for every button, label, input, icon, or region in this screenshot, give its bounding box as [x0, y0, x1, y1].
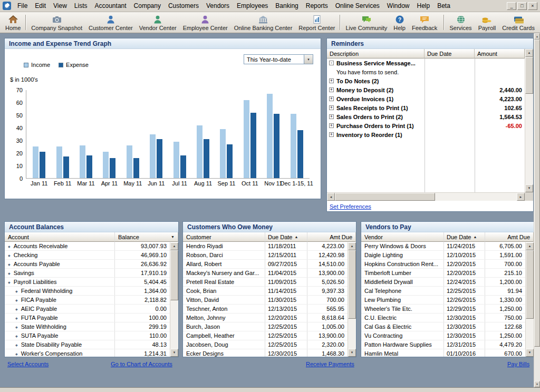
column-header-vendor[interactable]: Vendor	[361, 232, 444, 242]
customer-row[interactable]: Mackey's Nursery and Gar... 11/04/2015 1…	[183, 269, 348, 278]
expand-toggle-icon[interactable]: +	[329, 87, 334, 92]
customer-row[interactable]: Hendro Riyadi 11/18/2011 4,223.00	[183, 242, 348, 251]
scroll-down-icon[interactable]: ▼	[525, 184, 533, 192]
scroll-up-icon[interactable]: ▲	[170, 242, 178, 250]
toolbar-button-company-snapshot[interactable]: Company Snapshot	[28, 13, 85, 32]
scrollbar-thumb[interactable]	[534, 40, 540, 347]
toolbar-button-credit-cards[interactable]: Credit Cards	[499, 13, 538, 32]
vendor-row[interactable]: Cal Gas & Electric 12/30/2015 122.68	[361, 322, 525, 331]
customer-row[interactable]: Burch, Jason 12/25/2015 1,005.00	[183, 322, 348, 331]
vendor-row[interactable]: Hopkins Construction Rent... 12/20/2015 …	[361, 260, 525, 269]
reminder-row[interactable]: - Business Service Message...	[327, 58, 525, 67]
close-button[interactable]: ×	[528, 2, 537, 10]
customer-row[interactable]: Melton, Johnny 12/20/2015 8,618.64	[183, 313, 348, 322]
menu-item[interactable]: File	[14, 1, 31, 11]
reminder-row[interactable]: + Sales Orders to Print (2) 1,564.53	[327, 112, 525, 121]
scroll-left-icon[interactable]: ◄	[327, 193, 335, 201]
reminder-row[interactable]: + Money to Deposit (2) 2,440.00	[327, 85, 525, 94]
scroll-down-icon[interactable]: ▼	[534, 381, 540, 387]
toolbar-button-customer-center[interactable]: Customer Center	[85, 13, 136, 32]
expand-toggle-icon[interactable]: +	[329, 132, 334, 137]
account-row[interactable]: ◆Payroll Liabilities 5,404.45	[5, 278, 170, 287]
vendor-row[interactable]: Hamlin Metal 01/10/2016 670.00	[361, 349, 525, 357]
toolbar-button-home[interactable]: Home	[2, 13, 24, 32]
reminders-vertical-scrollbar[interactable]: ▲ ▼	[525, 49, 533, 192]
scroll-up-icon[interactable]: ▲	[525, 49, 533, 57]
scrollbar-thumb[interactable]	[335, 193, 435, 201]
account-row[interactable]: ◆State Disability Payable 48.13	[5, 340, 170, 349]
period-selector[interactable]: This Year-to-date ▼	[244, 54, 313, 64]
account-row[interactable]: ◆FICA Payable 2,118.82	[5, 296, 170, 305]
account-row[interactable]: ◆Checking 46,969.10	[5, 251, 170, 260]
vendor-row[interactable]: Wheeler's Tile Etc. 12/29/2015 1,250.00	[361, 305, 525, 313]
reminders-horizontal-scrollbar[interactable]: ◄ ►	[327, 192, 525, 201]
account-row[interactable]: ◆Savings 17,910.19	[5, 269, 170, 278]
column-header-due-date[interactable]: Due Date▲	[265, 232, 307, 242]
menu-item[interactable]: Lists	[71, 1, 91, 11]
expand-toggle-icon[interactable]: -	[329, 61, 334, 65]
menu-item[interactable]: Reports	[302, 1, 332, 11]
scroll-up-icon[interactable]: ▲	[526, 242, 534, 250]
account-row[interactable]: ◆Accounts Receivable 93,007.93	[5, 242, 170, 251]
scroll-down-icon[interactable]: ▼	[526, 349, 534, 357]
toolbar-button-online-banking-center[interactable]: Online Banking Center	[231, 13, 296, 32]
customer-row[interactable]: Campbell, Heather 12/25/2015 13,900.00	[183, 331, 348, 340]
customers-scrollbar[interactable]: ▲ ▼	[348, 242, 356, 357]
account-row[interactable]: ◆SUTA Payable 110.00	[5, 331, 170, 340]
expand-toggle-icon[interactable]: +	[329, 96, 334, 101]
customer-row[interactable]: Vitton, David 11/30/2015 700.00	[183, 296, 348, 305]
customer-row[interactable]: Teschner, Anton 12/13/2015 565.95	[183, 305, 348, 313]
reminder-row[interactable]: + Overdue Invoices (1) 4,223.00	[327, 94, 525, 103]
expand-toggle-icon[interactable]: +	[329, 105, 334, 110]
reminder-row[interactable]: + Inventory to Reorder (1)	[327, 130, 525, 139]
set-preferences-link[interactable]: Set Preferences	[330, 203, 371, 210]
column-header-balance[interactable]: Balance▼	[115, 232, 178, 242]
account-row[interactable]: ◆Federal Withholding 1,364.00	[5, 287, 170, 296]
pay-bills-link[interactable]: Pay Bills	[507, 361, 529, 367]
menu-item[interactable]: Company	[130, 1, 165, 11]
receive-payments-link[interactable]: Receive Payments	[306, 361, 354, 367]
menu-item[interactable]: Edit	[31, 1, 50, 11]
column-header-amt-due[interactable]: Amt Due	[307, 232, 356, 242]
chevron-down-icon[interactable]: ▼	[304, 55, 313, 64]
vendors-scrollbar[interactable]: ▲ ▼	[525, 242, 534, 357]
scroll-right-icon[interactable]: ►	[517, 193, 525, 201]
scroll-up-icon[interactable]: ▲	[348, 242, 356, 250]
menu-item[interactable]: Accountant	[91, 1, 130, 11]
vendor-row[interactable]: Cal Telephone 12/25/2015 91.94	[361, 287, 525, 296]
toolbar-button-help[interactable]: ?Help	[390, 13, 409, 32]
scrollbar-thumb[interactable]	[348, 250, 356, 319]
expand-toggle-icon[interactable]: +	[329, 114, 334, 119]
vendor-row[interactable]: Patton Hardware Supplies 12/31/2015 4,47…	[361, 340, 525, 349]
toolbar-button-employee-center[interactable]: Employee Center	[180, 13, 231, 32]
vendor-row[interactable]: Timberloft Lumber 12/20/2015 215.10	[361, 269, 525, 278]
menu-item[interactable]: Beta	[433, 1, 454, 11]
go-to-chart-of-accounts-link[interactable]: Go to Chart of Accounts	[111, 361, 172, 367]
account-row[interactable]: ◆Accounts Payable 26,636.92	[5, 260, 170, 269]
account-row[interactable]: ◆FUTA Payable 100.00	[5, 313, 170, 322]
reminder-row[interactable]: + Sales Receipts to Print (1) 102.65	[327, 103, 525, 112]
menu-item[interactable]: Employees	[233, 1, 272, 11]
vendor-row[interactable]: Middlefield Drywall 12/24/2015 1,200.00	[361, 278, 525, 287]
vendor-row[interactable]: Daigle Lighting 12/10/2015 1,591.00	[361, 251, 525, 260]
toolbar-button-services[interactable]: Services	[446, 13, 475, 32]
account-balances-scrollbar[interactable]: ▲ ▼	[170, 242, 178, 357]
column-header-amt-due[interactable]: Amt Due	[485, 232, 534, 242]
account-row[interactable]: ◆State Withholding 299.19	[5, 322, 170, 331]
customer-row[interactable]: Ecker Designs 12/30/2015 1,468.30	[183, 349, 348, 357]
expand-toggle-icon[interactable]: +	[329, 79, 334, 83]
toolbar-button-live-community[interactable]: Live Community	[342, 13, 390, 32]
toolbar-button-payroll[interactable]: Payroll	[475, 13, 499, 32]
restore-button[interactable]: □	[517, 2, 527, 10]
toolbar-button-feedback[interactable]: Feedback	[409, 13, 440, 32]
column-header-due-date[interactable]: Due Date▲	[444, 232, 485, 242]
customer-row[interactable]: Cook, Brian 11/14/2015 9,397.33	[183, 287, 348, 296]
reminder-row[interactable]: + Purchase Orders to Print (1) -65.00	[327, 121, 525, 130]
menu-item[interactable]: View	[50, 1, 71, 11]
customer-row[interactable]: Allard, Robert 09/27/2015 14,510.00	[183, 260, 348, 269]
main-vertical-scrollbar[interactable]: ▲ ▼	[534, 33, 540, 387]
column-header-customer[interactable]: Customer	[183, 232, 265, 242]
reminder-row[interactable]: + To Do Notes (2)	[327, 76, 525, 85]
customer-row[interactable]: Robson, Darci 12/15/2011 12,420.98	[183, 251, 348, 260]
account-row[interactable]: ◆Worker's Compensation 1,214.31	[5, 349, 170, 357]
